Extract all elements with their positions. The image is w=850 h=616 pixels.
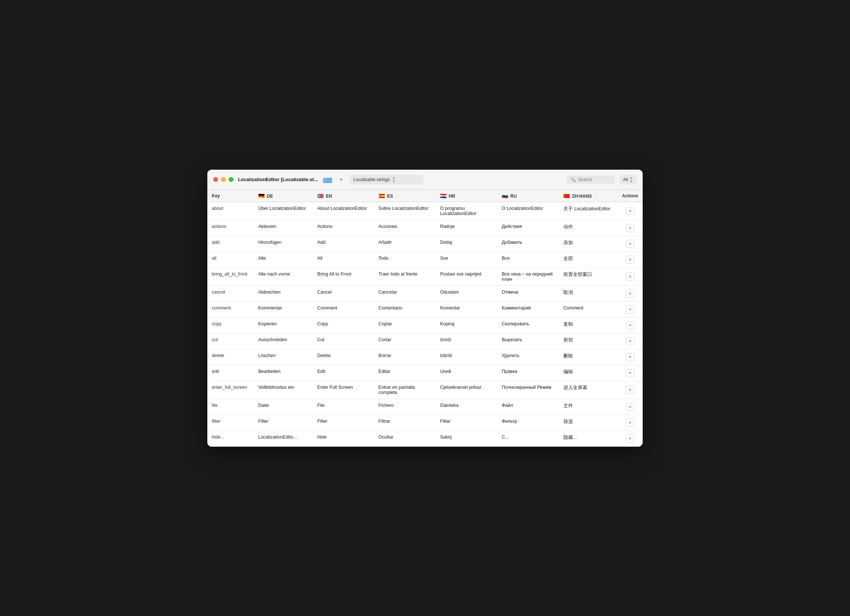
delete-row-button[interactable]: × bbox=[626, 272, 634, 281]
lang-cell[interactable]: 复制 bbox=[559, 317, 618, 333]
delete-row-button[interactable]: × bbox=[626, 290, 634, 298]
lang-cell[interactable]: O LocalizationEditor bbox=[497, 202, 559, 220]
lang-cell[interactable]: Comentario bbox=[374, 301, 436, 317]
lang-cell[interactable]: 剪切 bbox=[559, 333, 618, 349]
lang-cell[interactable]: 添加 bbox=[559, 236, 618, 251]
lang-cell[interactable]: Odustani bbox=[436, 286, 497, 301]
key-cell[interactable]: actions bbox=[207, 220, 254, 236]
lang-cell[interactable]: 筛选 bbox=[559, 415, 618, 431]
search-input[interactable] bbox=[578, 177, 611, 182]
lang-cell[interactable]: Bring All to Front bbox=[313, 268, 374, 286]
key-cell[interactable]: filter bbox=[207, 415, 254, 431]
lang-cell[interactable]: Abbrechen bbox=[254, 286, 313, 301]
lang-cell[interactable]: Izbriši bbox=[436, 349, 497, 365]
folder-icon[interactable] bbox=[322, 176, 333, 184]
lang-cell[interactable]: File bbox=[313, 399, 374, 415]
lang-cell[interactable]: Editar bbox=[374, 365, 436, 381]
lang-cell[interactable]: Entrar en pantalla completa bbox=[374, 381, 436, 399]
lang-cell[interactable]: Alle bbox=[254, 251, 313, 268]
key-cell[interactable]: all bbox=[207, 251, 254, 268]
lang-cell[interactable]: Hide bbox=[313, 431, 374, 446]
lang-cell[interactable]: Filter bbox=[254, 415, 313, 431]
lang-cell[interactable]: Ocultar bbox=[374, 431, 436, 446]
lang-cell[interactable]: Cancel bbox=[313, 286, 374, 301]
lang-cell[interactable]: Удалить bbox=[497, 349, 559, 365]
lang-cell[interactable]: Komentar bbox=[436, 301, 497, 317]
delete-row-button[interactable]: × bbox=[626, 256, 634, 264]
delete-row-button[interactable]: × bbox=[626, 321, 634, 329]
lang-cell[interactable]: Delete bbox=[313, 349, 374, 365]
delete-row-button[interactable]: × bbox=[626, 353, 634, 361]
lang-cell[interactable]: 删除 bbox=[559, 349, 618, 365]
lang-cell[interactable]: 编辑 bbox=[559, 365, 618, 381]
lang-cell[interactable]: Uredi bbox=[436, 365, 497, 381]
lang-cell[interactable]: Добавить bbox=[497, 236, 559, 251]
key-cell[interactable]: hide... bbox=[207, 431, 254, 446]
filename-pill[interactable]: Localizable.strings ▲ ▼ bbox=[350, 175, 424, 184]
lang-cell[interactable]: Add bbox=[313, 236, 374, 251]
lang-cell[interactable]: 文件 bbox=[559, 399, 618, 415]
lang-cell[interactable]: Aktionen bbox=[254, 220, 313, 236]
lang-cell[interactable]: Filter bbox=[313, 415, 374, 431]
lang-cell[interactable]: LocalizationEdito... bbox=[254, 431, 313, 446]
search-box[interactable]: 🔍 bbox=[567, 176, 615, 184]
lang-cell[interactable]: Izreži bbox=[436, 333, 497, 349]
lang-cell[interactable]: Cjeloekranski prikaz bbox=[436, 381, 497, 399]
lang-cell[interactable]: Все bbox=[497, 251, 559, 268]
lang-cell[interactable]: Borrar bbox=[374, 349, 436, 365]
lang-cell[interactable]: Комментарий bbox=[497, 301, 559, 317]
lang-cell[interactable]: Alle nach vorne bbox=[254, 268, 313, 286]
lang-cell[interactable]: Cut bbox=[313, 333, 374, 349]
lang-cell[interactable]: Правка bbox=[497, 365, 559, 381]
lang-cell[interactable]: Enter Full Screen bbox=[313, 381, 374, 399]
lang-cell[interactable]: Все окна – на передний план bbox=[497, 268, 559, 286]
lang-cell[interactable]: All bbox=[313, 251, 374, 268]
lang-cell[interactable]: Действия bbox=[497, 220, 559, 236]
fullscreen-button[interactable] bbox=[229, 177, 233, 182]
key-cell[interactable]: add bbox=[207, 236, 254, 251]
lang-cell[interactable]: Dodaj bbox=[436, 236, 497, 251]
lang-cell[interactable]: Radnje bbox=[436, 220, 497, 236]
delete-row-button[interactable]: × bbox=[626, 403, 634, 411]
lang-cell[interactable]: Fichero bbox=[374, 399, 436, 415]
add-button[interactable]: + bbox=[337, 176, 345, 184]
lang-cell[interactable]: Copy bbox=[313, 317, 374, 333]
lang-cell[interactable]: Файл bbox=[497, 399, 559, 415]
lang-cell[interactable]: С... bbox=[497, 431, 559, 446]
lang-cell[interactable]: Copiar bbox=[374, 317, 436, 333]
lang-cell[interactable]: Vollbildmodus ein bbox=[254, 381, 313, 399]
lang-cell[interactable]: Cortar bbox=[374, 333, 436, 349]
lang-cell[interactable]: Comment bbox=[559, 301, 618, 317]
lang-cell[interactable]: Actions bbox=[313, 220, 374, 236]
lang-cell[interactable]: Hinzufügen bbox=[254, 236, 313, 251]
lang-cell[interactable]: About LocalizationEditor bbox=[313, 202, 374, 220]
delete-row-button[interactable]: × bbox=[626, 224, 634, 232]
delete-row-button[interactable]: × bbox=[626, 305, 634, 314]
key-cell[interactable]: enter_full_screen bbox=[207, 381, 254, 399]
lang-cell[interactable]: Filtar bbox=[436, 415, 497, 431]
lang-cell[interactable]: Sobre LocalizationEditor bbox=[374, 202, 436, 220]
key-cell[interactable]: bring_all_to_front bbox=[207, 268, 254, 286]
lang-cell[interactable]: Kopieren bbox=[254, 317, 313, 333]
lang-cell[interactable]: Фильтр bbox=[497, 415, 559, 431]
delete-row-button[interactable]: × bbox=[626, 337, 634, 345]
lang-cell[interactable]: 关于 LocalizationEditor bbox=[559, 202, 618, 220]
lang-cell[interactable]: 动作 bbox=[559, 220, 618, 236]
lang-cell[interactable]: Añadir bbox=[374, 236, 436, 251]
lang-cell[interactable]: Datei bbox=[254, 399, 313, 415]
delete-row-button[interactable]: × bbox=[626, 386, 634, 394]
lang-cell[interactable]: 全部 bbox=[559, 251, 618, 268]
delete-row-button[interactable]: × bbox=[626, 419, 634, 427]
key-cell[interactable]: about bbox=[207, 202, 254, 220]
lang-cell[interactable]: 前置全部窗口 bbox=[559, 268, 618, 286]
key-cell[interactable]: file bbox=[207, 399, 254, 415]
lang-cell[interactable]: Datoteka bbox=[436, 399, 497, 415]
lang-cell[interactable]: Отмена bbox=[497, 286, 559, 301]
close-button[interactable] bbox=[213, 177, 218, 182]
lang-cell[interactable]: 进入全屏幕 bbox=[559, 381, 618, 399]
lang-cell[interactable]: Sakrij bbox=[436, 431, 497, 446]
lang-cell[interactable]: Kommentar bbox=[254, 301, 313, 317]
key-cell[interactable]: cancel bbox=[207, 286, 254, 301]
key-cell[interactable]: copy bbox=[207, 317, 254, 333]
lang-cell[interactable]: Ausschneiden bbox=[254, 333, 313, 349]
